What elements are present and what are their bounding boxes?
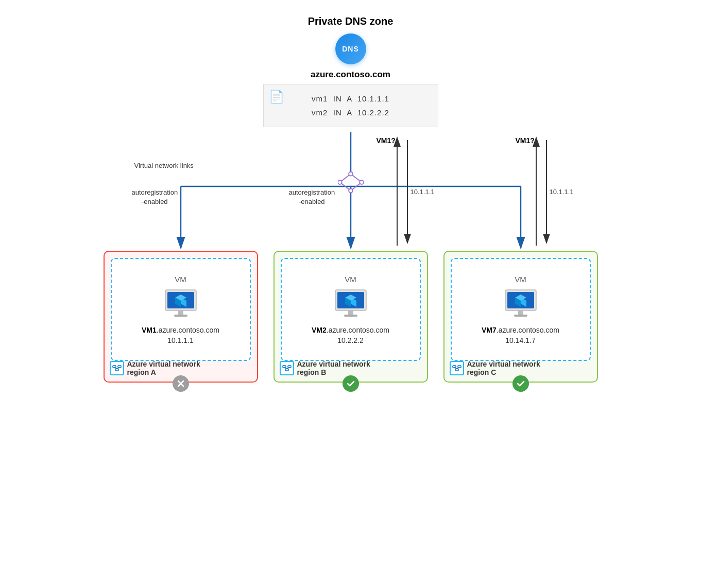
- network-links-label: Virtual network links: [134, 161, 194, 171]
- region-a-vm-inner: VM: [111, 258, 251, 361]
- region-c-vnet-icon: [450, 361, 464, 375]
- svg-rect-28: [113, 366, 116, 368]
- region-a-vm-bold: VM1: [142, 326, 157, 334]
- svg-rect-44: [285, 369, 288, 371]
- vm-boxes-section: VM: [67, 251, 634, 383]
- region-a-status-badge: [173, 375, 189, 392]
- document-icon: 📄: [269, 90, 284, 104]
- svg-point-20: [338, 180, 342, 184]
- dns-zone-name: azure.contoso.com: [311, 70, 390, 80]
- svg-rect-56: [455, 369, 458, 371]
- region-a-vnet-icon: [110, 361, 124, 375]
- svg-rect-53: [514, 315, 527, 317]
- dns-record-vm2: vm2 IN A 10.2.2.2: [284, 106, 417, 119]
- svg-rect-27: [174, 315, 187, 317]
- autoregistration-label-center: autoregistration-enabled: [289, 188, 335, 206]
- svg-rect-55: [458, 366, 461, 368]
- region-a-vm-name: VM1.azure.contoso.com: [142, 326, 219, 334]
- svg-point-18: [360, 180, 364, 184]
- region-c-vm-icon: [503, 289, 539, 320]
- diagram-container: Private DNS zone DNS azure.contoso.com 📄…: [67, 15, 634, 383]
- dns-header: Private DNS zone DNS azure.contoso.com 📄…: [263, 15, 438, 127]
- region-c-vm-name: VM7.azure.contoso.com: [482, 326, 559, 334]
- region-b-vm-suffix: .azure.contoso.com: [327, 326, 389, 334]
- svg-rect-40: [348, 310, 353, 315]
- region-a-vm-label: VM: [175, 275, 186, 284]
- svg-rect-54: [453, 366, 456, 368]
- svg-rect-41: [344, 315, 357, 317]
- region-a-vm-suffix: .azure.contoso.com: [157, 326, 219, 334]
- svg-rect-43: [288, 366, 291, 368]
- region-b-vm-icon: [333, 289, 369, 320]
- vnet-link-icon: [338, 169, 364, 197]
- region-b-vnet-icon: [280, 361, 294, 375]
- region-b-label-row: Azure virtual networkregion B: [280, 360, 370, 376]
- region-a-box: VM: [104, 251, 258, 383]
- vm1-query-right: VM1?: [516, 136, 535, 145]
- svg-point-19: [349, 189, 353, 193]
- middle-connectors: Virtual network links autoregistration-e…: [104, 132, 598, 251]
- region-b-vm-bold: VM2: [312, 326, 327, 334]
- region-b-wrapper: VM VM2.azure.contoso.com: [273, 251, 428, 383]
- svg-rect-29: [118, 366, 121, 368]
- region-b-vm-name: VM2.azure.contoso.com: [312, 326, 389, 334]
- region-b-vm-label: VM: [345, 275, 356, 284]
- region-c-box: VM VM7.azure.contoso.com: [443, 251, 598, 383]
- region-c-vm-suffix: .azure.contoso.com: [497, 326, 559, 334]
- svg-rect-52: [518, 310, 523, 315]
- region-c-wrapper: VM VM7.azure.contoso.com: [443, 251, 598, 383]
- vm1-query-center: VM1?: [377, 136, 396, 145]
- region-c-vm-inner: VM VM7.azure.contoso.com: [451, 258, 591, 361]
- region-c-name: Azure virtual networkregion C: [467, 360, 540, 376]
- dns-icon-label: DNS: [342, 45, 359, 53]
- region-a-wrapper: VM: [104, 251, 258, 383]
- region-c-vm-label: VM: [515, 275, 526, 284]
- region-c-status-badge: [512, 375, 529, 392]
- svg-point-17: [349, 172, 353, 176]
- region-b-status-badge: [343, 375, 359, 392]
- svg-rect-30: [115, 369, 118, 371]
- dns-record-vm1: vm1 IN A 10.1.1.1: [284, 92, 417, 106]
- region-b-name: Azure virtual networkregion B: [297, 360, 370, 376]
- region-c-vm-ip: 10.14.1.7: [505, 336, 535, 344]
- region-a-vm-ip: 10.1.1.1: [167, 336, 194, 344]
- svg-rect-26: [178, 310, 183, 315]
- svg-rect-42: [283, 366, 286, 368]
- region-b-box: VM VM2.azure.contoso.com: [273, 251, 428, 383]
- region-b-vm-ip: 10.2.2.2: [337, 336, 364, 344]
- autoregistration-label-left: autoregistration-enabled: [132, 188, 178, 206]
- region-c-vm-bold: VM7: [482, 326, 497, 334]
- region-a-label-row: Azure virtual networkregion A: [110, 360, 200, 376]
- region-c-label-row: Azure virtual networkregion C: [450, 360, 540, 376]
- dns-records-box: 📄 vm1 IN A 10.1.1.1 vm2 IN A 10.2.2.2: [263, 84, 438, 127]
- region-a-vm-icon: [163, 289, 199, 320]
- dns-zone-title: Private DNS zone: [308, 15, 394, 27]
- region-a-name: Azure virtual networkregion A: [127, 360, 200, 376]
- ip-return-right: 10.1.1.1: [550, 188, 574, 196]
- dns-icon: DNS: [335, 33, 366, 64]
- ip-return-center: 10.1.1.1: [411, 188, 435, 196]
- region-b-vm-inner: VM VM2.azure.contoso.com: [281, 258, 421, 361]
